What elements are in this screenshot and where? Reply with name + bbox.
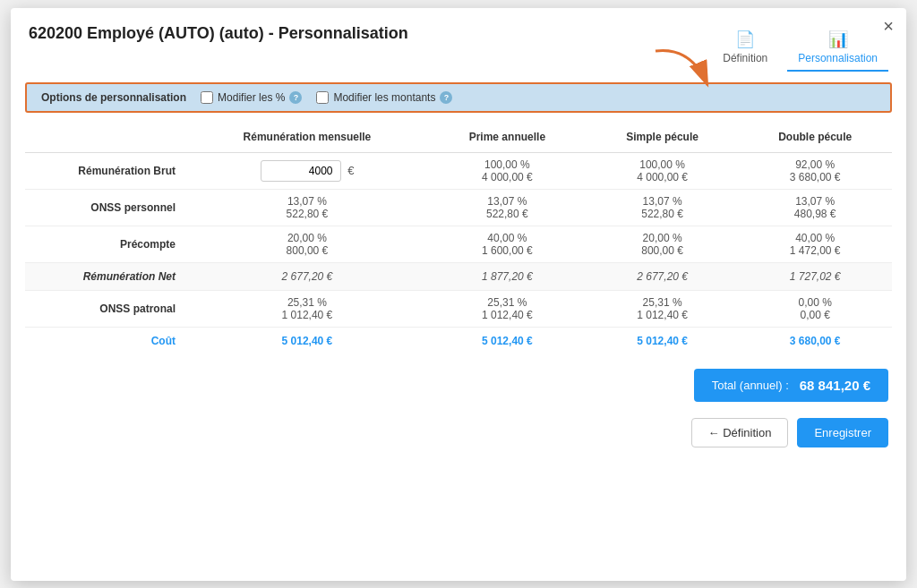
cell-cout-col3: 5 012,40 € xyxy=(587,327,738,354)
options-bar: Options de personnalisation Modifier les… xyxy=(25,82,892,113)
total-value: 68 841,20 € xyxy=(800,378,870,393)
help-icon-pct[interactable]: ? xyxy=(289,91,302,104)
modal-header: 620200 Employé (AUTO) (auto) - Personnal… xyxy=(11,8,906,72)
checkbox-modifier-pct[interactable] xyxy=(201,91,213,104)
cell-remuneration-brut-col3: 100,00 % 4 000,00 € xyxy=(587,152,738,189)
cell-onss-personnel-col1: 13,07 % 522,80 € xyxy=(186,189,428,226)
table-row: Coût 5 012,40 € 5 012,40 € 5 012,40 € 3 … xyxy=(25,327,892,354)
col-header-prime: Prime annuelle xyxy=(428,122,587,153)
row-label-precompte: Précompte xyxy=(25,226,186,262)
col-header-empty xyxy=(25,122,186,153)
save-button[interactable]: Enregistrer xyxy=(797,418,888,447)
data-table: Rémunération mensuelle Prime annuelle Si… xyxy=(25,122,892,354)
option-modifier-montants: Modifier les montants ? xyxy=(316,91,452,104)
tab-definition-label: Définition xyxy=(723,52,767,64)
cell-remuneration-net-col2: 1 877,20 € xyxy=(428,262,587,290)
total-box: Total (annuel) : 68 841,20 € xyxy=(694,369,888,402)
cell-onss-personnel-col2: 13,07 % 522,80 € xyxy=(428,189,587,226)
total-label: Total (annuel) : xyxy=(712,379,789,392)
footer-buttons: ← Définition Enregistrer xyxy=(11,411,906,464)
col-header-double: Double pécule xyxy=(738,122,892,153)
cell-onss-patronal-col2: 25,31 % 1 012,40 € xyxy=(428,290,587,327)
row-label-onss-patronal: ONSS patronal xyxy=(25,290,186,327)
col-header-simple: Simple pécule xyxy=(587,122,738,153)
checkbox-modifier-montants[interactable] xyxy=(316,91,329,104)
cell-remuneration-brut-col1: € xyxy=(186,152,428,189)
currency-symbol: € xyxy=(347,164,354,177)
cell-remuneration-brut-col2: 100,00 % 4 000,00 € xyxy=(428,152,587,189)
cell-onss-patronal-col1: 25,31 % 1 012,40 € xyxy=(186,290,428,327)
option2-label: Modifier les montants xyxy=(333,91,435,104)
col-header-remuneration: Rémunération mensuelle xyxy=(186,122,428,153)
options-label: Options de personnalisation xyxy=(41,91,186,104)
row-label-onss-personnel: ONSS personnel xyxy=(25,189,186,226)
cell-remuneration-net-col1: 2 677,20 € xyxy=(186,262,428,290)
modal: × 620200 Employé (AUTO) (auto) - Personn… xyxy=(11,8,906,581)
modal-title: 620200 Employé (AUTO) (auto) - Personnal… xyxy=(29,24,408,43)
cell-precompte-col1: 20,00 % 800,00 € xyxy=(186,226,428,262)
row-label-remuneration-net: Rémunération Net xyxy=(25,262,186,290)
cell-onss-patronal-col3: 25,31 % 1 012,40 € xyxy=(587,290,738,327)
table-row: Rémunération Net 2 677,20 € 1 877,20 € 2… xyxy=(25,262,892,290)
option-modifier-pct: Modifier les % ? xyxy=(201,91,302,104)
cell-onss-patronal-col4: 0,00 % 0,00 € xyxy=(738,290,892,327)
table-row: ONSS patronal 25,31 % 1 012,40 € 25,31 %… xyxy=(25,290,892,327)
table-row: ONSS personnel 13,07 % 522,80 € 13,07 % … xyxy=(25,189,892,226)
cell-onss-personnel-col4: 13,07 % 480,98 € xyxy=(738,189,892,226)
cell-cout-col2: 5 012,40 € xyxy=(428,327,587,354)
table-row: Rémunération Brut € 100,00 % 4 000,00 € … xyxy=(25,152,892,189)
tab-personnalisation-label: Personnalisation xyxy=(798,52,878,64)
row-label-remuneration-brut: Rémunération Brut xyxy=(25,152,186,189)
personnalisation-icon: 📊 xyxy=(828,30,848,49)
tab-definition[interactable]: 📄 Définition xyxy=(712,24,778,72)
close-button[interactable]: × xyxy=(883,17,894,35)
cell-remuneration-net-col4: 1 727,02 € xyxy=(738,262,892,290)
cell-precompte-col3: 20,00 % 800,00 € xyxy=(587,226,738,262)
definition-icon: 📄 xyxy=(735,30,755,49)
option1-label: Modifier les % xyxy=(218,91,285,104)
cell-precompte-col2: 40,00 % 1 600,00 € xyxy=(428,226,587,262)
input-remuneration-brut[interactable] xyxy=(261,160,341,182)
footer-total-area: Total (annuel) : 68 841,20 € xyxy=(11,354,906,411)
cell-onss-personnel-col3: 13,07 % 522,80 € xyxy=(587,189,738,226)
cell-precompte-col4: 40,00 % 1 472,00 € xyxy=(738,226,892,262)
row-label-cout: Coût xyxy=(25,327,186,354)
tab-bar: 📄 Définition 📊 Personnalisation xyxy=(712,24,888,72)
cell-cout-col1: 5 012,40 € xyxy=(186,327,428,354)
data-table-wrapper: Rémunération mensuelle Prime annuelle Si… xyxy=(11,122,906,354)
help-icon-montants[interactable]: ? xyxy=(440,91,452,104)
table-row: Précompte 20,00 % 800,00 € 40,00 % 1 600… xyxy=(25,226,892,262)
cell-cout-col4: 3 680,00 € xyxy=(738,327,892,354)
tab-personnalisation[interactable]: 📊 Personnalisation xyxy=(787,24,888,72)
back-to-definition-button[interactable]: ← Définition xyxy=(691,418,789,447)
cell-remuneration-net-col3: 2 677,20 € xyxy=(587,262,738,290)
cell-remuneration-brut-col4: 92,00 % 3 680,00 € xyxy=(738,152,892,189)
